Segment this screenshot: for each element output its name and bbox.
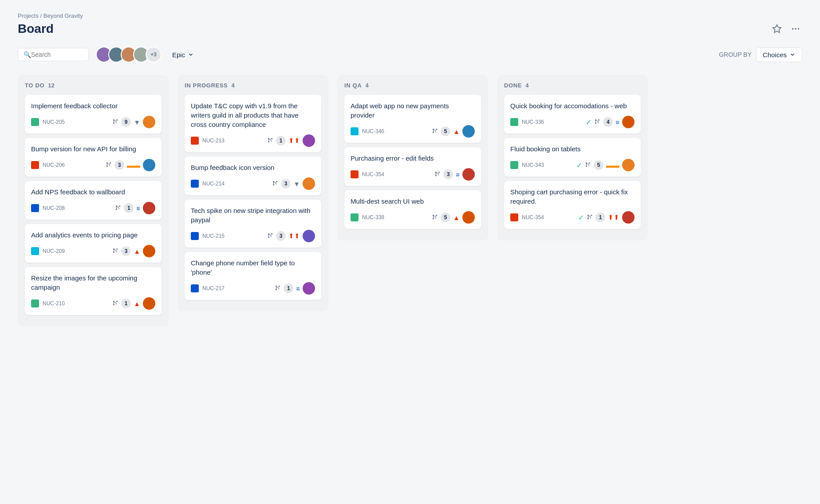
task-card[interactable]: Add analytics events to pricing pageNUC-… (25, 224, 162, 263)
priority-icon: ≡ (136, 205, 140, 212)
task-card[interactable]: Implement feedback collectorNUC-2059▼ (25, 95, 162, 134)
card-title: Adapt web app no new payments provider (351, 101, 475, 120)
assignee-avatar (303, 282, 315, 295)
svg-point-3 (798, 28, 800, 30)
check-icon: ✓ (578, 213, 584, 222)
task-card[interactable]: Shoping cart purchasing error - quick fi… (504, 181, 641, 229)
ticket-type-icon (351, 170, 359, 178)
ticket-id: NUC-213 (202, 138, 225, 144)
svg-point-39 (436, 215, 437, 216)
task-card[interactable]: Adapt web app no new payments providerNU… (344, 95, 481, 143)
ticket-id: NUC-208 (43, 205, 65, 211)
task-card[interactable]: Fluid booking on tabletsNUC-343✓5▬▬ (504, 138, 641, 177)
page-title: Board (18, 22, 54, 36)
card-footer: NUC-2153⬆⬆ (191, 230, 315, 242)
task-card[interactable]: Update T&C copy with v1.9 from the write… (185, 95, 321, 152)
ticket-id: NUC-205 (43, 119, 65, 125)
ticket-type-icon (191, 180, 199, 188)
card-meta-left: NUC-214 (191, 180, 225, 188)
branch-icon (432, 214, 438, 221)
priority-icon: ≡ (615, 118, 619, 126)
branch-icon (585, 161, 591, 169)
choices-button[interactable]: Choices (756, 47, 802, 62)
assignee-avatar (622, 116, 635, 128)
card-meta-right: 9▼ (112, 116, 155, 128)
ticket-id: NUC-206 (43, 162, 65, 168)
task-card[interactable]: Tech spike on new stripe integration wit… (185, 200, 321, 248)
card-footer: NUC-2063▬▬ (31, 159, 155, 171)
column-count: 4 (525, 82, 528, 89)
svg-point-38 (433, 218, 434, 219)
svg-point-18 (116, 301, 117, 302)
ticket-id: NUC-336 (522, 119, 544, 125)
toolbar-left: 🔍 +3 Epic (18, 47, 197, 63)
svg-point-33 (436, 129, 437, 130)
ticket-id: NUC-209 (43, 248, 65, 254)
svg-point-32 (433, 132, 434, 133)
column-header: IN PROGRESS 4 (185, 82, 321, 89)
card-meta-right: 1⬆⬆ (267, 134, 315, 147)
card-meta-left: NUC-209 (31, 247, 65, 255)
card-meta-left: NUC-215 (191, 232, 225, 240)
task-card[interactable]: Resize the images for the upcoming campa… (25, 267, 162, 315)
branch-icon (275, 285, 281, 292)
search-box[interactable]: 🔍 (18, 48, 89, 61)
card-meta-left: NUC-205 (31, 118, 65, 126)
ticket-type-icon (351, 213, 359, 221)
card-meta-right: ✓5▬▬ (576, 159, 635, 171)
branch-count: 3 (443, 169, 453, 179)
svg-point-11 (116, 209, 117, 209)
task-card[interactable]: Bump feedback icon versionNUC-2143▼ (185, 157, 321, 195)
priority-icon: ≡ (456, 171, 460, 178)
card-title: Tech spike on new stripe integration wit… (191, 206, 315, 224)
card-meta-right: 3▲ (112, 245, 155, 257)
ticket-type-icon (351, 127, 359, 135)
card-footer: NUC-2143▼ (191, 177, 315, 190)
task-card[interactable]: Add NPS feedback to wallboardNUC-2081≡ (25, 181, 162, 220)
ticket-type-icon (510, 161, 518, 169)
epic-filter-button[interactable]: Epic (169, 48, 197, 61)
svg-point-21 (271, 138, 272, 139)
avatar-group: +3 (96, 47, 162, 63)
svg-point-5 (113, 122, 114, 123)
task-card[interactable]: Quick booking for accomodations - webNUC… (504, 95, 641, 134)
ticket-id: NUC-346 (362, 128, 384, 134)
star-button[interactable] (770, 22, 784, 35)
card-meta-right: 5▲ (432, 211, 475, 224)
branch-icon (267, 232, 273, 240)
svg-point-24 (276, 181, 277, 182)
card-title: Purchasing error - edit fields (351, 154, 475, 163)
assignee-avatar (143, 116, 155, 128)
task-card[interactable]: Purchasing error - edit fieldsNUC-3543≡ (344, 147, 481, 186)
svg-point-12 (119, 205, 120, 206)
column-done: DONE 4 Quick booking for accomodations -… (497, 75, 648, 240)
check-icon: ✓ (576, 161, 582, 169)
task-card[interactable]: Bump version for new API for billingNUC-… (25, 138, 162, 177)
card-footer: NUC-2171≡ (191, 282, 315, 295)
toolbar-right: GROUP BY Choices (719, 47, 802, 62)
priority-icon: ▬▬ (606, 161, 619, 169)
branch-count: 3 (121, 246, 131, 256)
assignee-avatar (303, 134, 315, 147)
task-card[interactable]: Multi-dest search UI webNUC-3385▲ (344, 190, 481, 229)
card-footer: NUC-2081≡ (31, 202, 155, 214)
card-meta-right: 3▼ (272, 177, 315, 190)
ticket-type-icon (31, 204, 39, 212)
task-card[interactable]: Change phone number field type to 'phone… (185, 252, 321, 300)
avatar-extra[interactable]: +3 (146, 47, 162, 63)
card-meta-right: ✓1⬆⬆ (578, 211, 635, 224)
card-meta-left: NUC-208 (31, 204, 65, 212)
search-input[interactable] (31, 51, 80, 58)
card-meta-left: NUC-354 (510, 213, 544, 221)
column-header: TO DO 12 (25, 82, 162, 89)
breadcrumb: Projects / Beyond Gravity (18, 12, 802, 19)
more-button[interactable] (789, 22, 802, 35)
card-meta-right: 3≡ (434, 168, 475, 181)
card-meta-left: NUC-210 (31, 299, 65, 307)
branch-count: 3 (276, 231, 286, 241)
svg-point-44 (586, 165, 587, 166)
card-title: Shoping cart purchasing error - quick fi… (510, 187, 635, 206)
svg-point-48 (591, 215, 591, 216)
card-meta-right: 1≡ (275, 282, 315, 295)
group-by-label: GROUP BY (719, 51, 752, 58)
